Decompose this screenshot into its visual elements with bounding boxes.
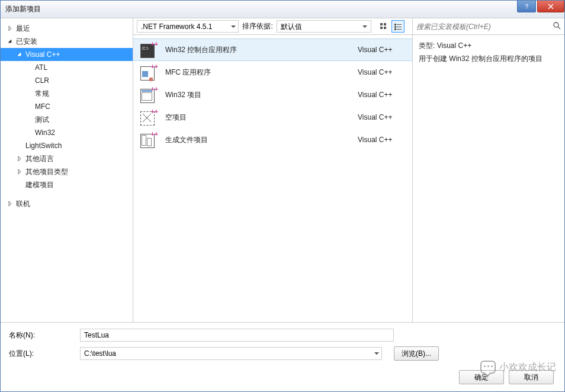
svg-rect-5 [397, 24, 402, 25]
template-item-2[interactable]: ++Win32 项目Visual C++ [133, 83, 412, 106]
search-row [413, 18, 564, 35]
sort-value: 默认值 [281, 23, 302, 31]
svg-rect-2 [380, 27, 383, 29]
list-small-icon [394, 23, 402, 31]
bottom-panel: 名称(N): 位置(L): C:\test\lua 浏览(B)... 确定 取消 [1, 323, 564, 391]
grid-medium-icon [380, 23, 388, 31]
sidebar-item-6[interactable]: MFC [1, 100, 133, 113]
titlebar: 添加新项目 ? [1, 1, 564, 18]
search-input[interactable] [416, 23, 553, 31]
chevron-down-icon [7, 38, 14, 45]
location-label: 位置(L): [9, 349, 80, 359]
sidebar-item-label: CLR [35, 76, 49, 85]
sidebar-item-0[interactable]: 最近 [1, 22, 133, 35]
sidebar-item-label: MFC [35, 102, 50, 111]
template-icon: ++ [140, 109, 157, 126]
svg-rect-7 [397, 27, 402, 27]
close-button[interactable] [537, 1, 564, 12]
template-lang: Visual C++ [358, 136, 405, 144]
description-area: 类型: Visual C++ 用于创建 Win32 控制台应用程序的项目 [413, 35, 564, 70]
location-value: C:\test\lua [84, 349, 116, 358]
sidebar-item-label: 测试 [35, 115, 49, 125]
template-name: 空项目 [165, 113, 358, 123]
chevron-down-icon [231, 25, 236, 30]
ok-button[interactable]: 确定 [459, 370, 504, 384]
toolbar: .NET Framework 4.5.1 排序依据: 默认值 [133, 18, 412, 35]
sidebar-item-label: 其他语言 [25, 154, 54, 164]
chevron-down-icon [374, 352, 379, 357]
sidebar-item-2[interactable]: Visual C++ [1, 48, 133, 61]
sort-dropdown[interactable]: 默认值 [277, 20, 371, 33]
template-icon: ++ [140, 86, 157, 103]
view-medium-button[interactable] [377, 20, 390, 33]
name-label: 名称(N): [9, 330, 80, 340]
sidebar: 最近已安装Visual C++ATLCLR常规MFC测试Win32LightSw… [1, 18, 133, 322]
template-item-0[interactable]: C:\++Win32 控制台应用程序Visual C++ [133, 38, 412, 61]
template-lang: Visual C++ [358, 113, 405, 121]
svg-rect-0 [380, 23, 383, 25]
template-item-1[interactable]: ++MFC 应用程序Visual C++ [133, 61, 412, 83]
template-item-4[interactable]: ++生成文件项目Visual C++ [133, 128, 412, 151]
sidebar-item-label: LightSwitch [25, 142, 62, 150]
svg-rect-3 [384, 27, 386, 29]
template-item-3[interactable]: ++空项目Visual C++ [133, 106, 412, 128]
svg-rect-8 [394, 28, 396, 30]
location-dropdown[interactable]: C:\test\lua [80, 347, 382, 360]
view-buttons [377, 20, 405, 33]
template-name: MFC 应用程序 [165, 68, 358, 78]
svg-point-12 [554, 23, 558, 27]
svg-rect-9 [397, 29, 402, 30]
template-icon: ++ [140, 64, 157, 81]
titlebar-buttons: ? [517, 1, 564, 12]
sidebar-item-label: 联机 [16, 199, 30, 209]
template-lang: Visual C++ [358, 91, 405, 99]
center-pane: .NET Framework 4.5.1 排序依据: 默认值 C:\++Win3… [133, 18, 413, 322]
sidebar-item-8[interactable]: Win32 [1, 126, 133, 139]
main-area: 最近已安装Visual C++ATLCLR常规MFC测试Win32LightSw… [1, 18, 564, 323]
type-label: 类型: [419, 41, 435, 50]
search-icon[interactable] [553, 21, 561, 31]
sidebar-item-11[interactable]: 其他项目类型 [1, 165, 133, 178]
name-input[interactable] [80, 329, 394, 342]
svg-rect-4 [394, 24, 396, 25]
help-button[interactable]: ? [517, 1, 536, 12]
view-small-button[interactable] [391, 20, 405, 33]
template-list: C:\++Win32 控制台应用程序Visual C++++MFC 应用程序Vi… [133, 35, 412, 322]
template-name: Win32 控制台应用程序 [165, 45, 358, 55]
template-lang: Visual C++ [358, 68, 405, 76]
sidebar-item-13[interactable]: 联机 [1, 197, 133, 210]
sidebar-item-9[interactable]: LightSwitch [1, 139, 133, 152]
sidebar-item-label: 最近 [16, 24, 30, 34]
sidebar-item-1[interactable]: 已安装 [1, 35, 133, 48]
sidebar-item-5[interactable]: 常规 [1, 87, 133, 100]
template-icon: C:\++ [140, 41, 157, 58]
framework-value: .NET Framework 4.5.1 [141, 23, 212, 31]
location-row: 位置(L): C:\test\lua 浏览(B)... [9, 346, 556, 361]
browse-button[interactable]: 浏览(B)... [394, 346, 439, 361]
chevron-down-icon [16, 51, 23, 58]
chevron-right-icon [7, 25, 14, 32]
sidebar-item-label: ATL [35, 63, 47, 72]
sort-label: 排序依据: [242, 21, 272, 31]
sidebar-item-10[interactable]: 其他语言 [1, 152, 133, 165]
dialog-window: 添加新项目 ? 最近已安装Visual C++ATLCLR常规MFC测试Win3… [0, 0, 565, 392]
sidebar-item-label: 常规 [35, 89, 49, 99]
cancel-button[interactable]: 取消 [509, 370, 554, 384]
right-pane: 类型: Visual C++ 用于创建 Win32 控制台应用程序的项目 [413, 18, 564, 322]
template-lang: Visual C++ [358, 46, 405, 54]
chevron-right-icon [16, 168, 23, 175]
sidebar-item-label: 其他项目类型 [25, 167, 68, 177]
sidebar-item-4[interactable]: CLR [1, 74, 133, 87]
template-name: Win32 项目 [165, 90, 358, 100]
sidebar-item-7[interactable]: 测试 [1, 113, 133, 126]
chevron-right-icon [16, 155, 23, 162]
template-icon: ++ [140, 131, 157, 148]
svg-line-13 [558, 27, 560, 29]
sidebar-item-3[interactable]: ATL [1, 61, 133, 74]
sidebar-item-label: 已安装 [16, 37, 37, 47]
sidebar-item-12[interactable]: 建模项目 [1, 178, 133, 191]
sidebar-item-label: Visual C++ [25, 50, 60, 59]
framework-dropdown[interactable]: .NET Framework 4.5.1 [137, 20, 239, 33]
template-description: 用于创建 Win32 控制台应用程序的项目 [419, 53, 558, 66]
name-row: 名称(N): [9, 329, 556, 342]
